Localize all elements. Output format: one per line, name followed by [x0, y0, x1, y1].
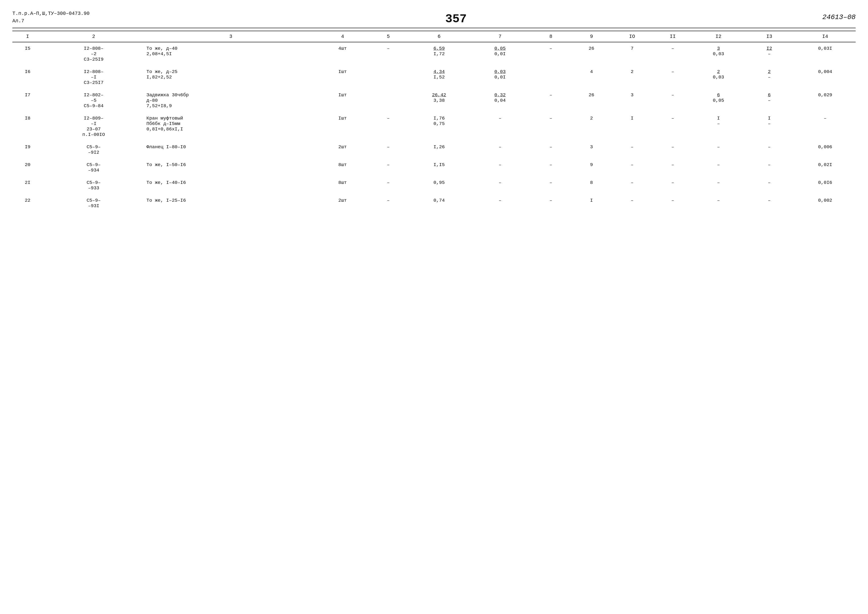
table-cell: Задвижка 30ч6брд–807,52+I8,9 [144, 89, 317, 112]
table-cell: – [530, 194, 571, 212]
table-cell: 2шт [317, 194, 368, 212]
table-cell: I [571, 194, 612, 212]
col-header-12: I2 [693, 31, 744, 42]
table-cell: I2–808––2C3–25I9 [43, 42, 144, 65]
table-cell: 22 [12, 194, 43, 212]
col-header-4: 4 [317, 31, 368, 42]
table-cell: I,26 [409, 141, 470, 159]
table-cell: 3 [612, 89, 653, 112]
table-cell: – [368, 42, 409, 65]
table-cell: – [612, 159, 653, 177]
table-cell: 0,320,04 [470, 89, 530, 112]
table-cell: – [795, 112, 856, 141]
table-cell: 2I [12, 177, 43, 194]
table-cell: I5 [12, 42, 43, 65]
table-cell: I,760,75 [409, 112, 470, 141]
table-cell: – [653, 194, 693, 212]
table-cell: – [744, 177, 795, 194]
table-cell: – [653, 112, 693, 141]
table-cell: – [530, 42, 571, 65]
table-cell: – [530, 159, 571, 177]
table-cell: I2–802––5C5–9–84 [43, 89, 144, 112]
table-cell: C5–9––934 [43, 159, 144, 177]
table-cell: – [368, 194, 409, 212]
table-cell: 8шт [317, 159, 368, 177]
table-cell: – [612, 141, 653, 159]
header-left-line1: Т.п.р.А–П,Ш,ТУ–300–0473.90 [12, 10, 90, 17]
table-cell: 0,006 [795, 141, 856, 159]
table-cell: 8 [571, 177, 612, 194]
table-cell: Iшт [317, 65, 368, 89]
col-header-11: II [653, 31, 693, 42]
table-cell: 4 [571, 65, 612, 89]
table-cell [530, 65, 571, 89]
col-header-2: 2 [43, 31, 144, 42]
table-cell: 26 [571, 89, 612, 112]
table-cell: – [653, 42, 693, 65]
table-cell: I8 [12, 112, 43, 141]
table-cell: – [612, 194, 653, 212]
col-header-1: I [12, 31, 43, 42]
table-row: I9C5–9––9I2Фланец I–80–I02шт–I,26––3––––… [12, 141, 856, 159]
header-left: Т.п.р.А–П,Ш,ТУ–300–0473.90 Ал.7 [12, 10, 90, 25]
table-cell: 6,59I,72 [409, 42, 470, 65]
table-cell: I9 [12, 141, 43, 159]
table-cell: 0,02I [795, 159, 856, 177]
header-page-number: 357 [90, 12, 823, 26]
table-cell: – [470, 141, 530, 159]
column-header-row: I 2 3 4 5 6 7 8 9 IO II I2 I3 I4 [12, 31, 856, 42]
table-row: I6I2–808––IC3–25I7То же, д–25I,82+2,52Iш… [12, 65, 856, 89]
table-cell: 4,34I,52 [409, 65, 470, 89]
table-cell: – [530, 141, 571, 159]
table-cell: 2 [571, 112, 612, 141]
table-row: I8I2–809––I23–07п.I–00IOКран муфтовыйПб6… [12, 112, 856, 141]
table-cell: 8шт [317, 177, 368, 194]
table-cell: I,I5 [409, 159, 470, 177]
table-cell: 0,03I [795, 42, 856, 65]
table-cell: 2– [744, 65, 795, 89]
table-cell: – [612, 177, 653, 194]
table-cell: 0,002 [795, 194, 856, 212]
table-cell: I6 [12, 65, 43, 89]
table-cell: Iшт [317, 89, 368, 112]
table-cell: – [653, 141, 693, 159]
table-cell: 4шт [317, 42, 368, 65]
table-cell: – [653, 159, 693, 177]
table-cell: – [470, 112, 530, 141]
table-cell: – [368, 177, 409, 194]
table-cell: – [653, 89, 693, 112]
table-row: 2IC5–9––933То же, I–40–I68шт–0,95––8––––… [12, 177, 856, 194]
table-cell: – [693, 141, 744, 159]
table-cell: – [693, 177, 744, 194]
table-cell: – [368, 141, 409, 159]
table-cell: То же, I–25–I6 [144, 194, 317, 212]
col-header-14: I4 [795, 31, 856, 42]
col-header-13: I3 [744, 31, 795, 42]
table-cell: 2шт [317, 141, 368, 159]
table-cell: – [530, 177, 571, 194]
table-cell: 2 [612, 65, 653, 89]
header-doc-number: 24613–08 [823, 13, 856, 21]
table-cell: Кран муфтовыйПб6бк д–I5мм0,8I+0,86xI,I [144, 112, 317, 141]
col-header-7: 7 [470, 31, 530, 42]
table-cell: I2–808––IC3–25I7 [43, 65, 144, 89]
table-cell [368, 65, 409, 89]
table-row: 22C5–9––93IТо же, I–25–I62шт–0,74––I––––… [12, 194, 856, 212]
table-cell: 0,0I6 [795, 177, 856, 194]
main-table: I 2 3 4 5 6 7 8 9 IO II I2 I3 I4 I5I2–80… [12, 31, 856, 212]
table-cell: I [612, 112, 653, 141]
table-cell: I2–809––I23–07п.I–00IO [43, 112, 144, 141]
table-cell: 0,74 [409, 194, 470, 212]
table-cell: – [653, 177, 693, 194]
table-cell: 26,423,38 [409, 89, 470, 112]
table-cell: То же, д–25I,82+2,52 [144, 65, 317, 89]
table-cell: – [693, 159, 744, 177]
table-cell: То же, I–40–I6 [144, 177, 317, 194]
table-cell: 0,030,0I [470, 65, 530, 89]
table-cell: – [368, 159, 409, 177]
table-cell: I2– [744, 42, 795, 65]
table-cell: – [470, 194, 530, 212]
table-row: I5I2–808––2C3–25I9То же, д–402,08+4,5I4ш… [12, 42, 856, 65]
table-row: I7I2–802––5C5–9–84Задвижка 30ч6брд–807,5… [12, 89, 856, 112]
table-row: 20C5–9––934То же, I–50–I68шт–I,I5––9––––… [12, 159, 856, 177]
